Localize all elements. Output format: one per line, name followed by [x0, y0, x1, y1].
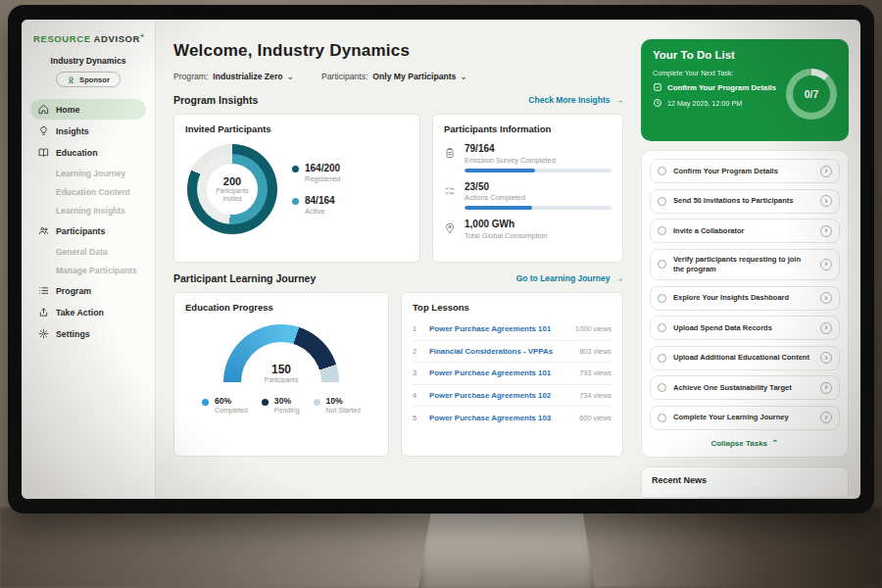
chevron-right-icon[interactable]: › — [820, 195, 832, 207]
task-item-achieve-target[interactable]: Achieve One Sustainability Target › — [650, 375, 840, 400]
sidebar-item-general-data[interactable]: General Data — [30, 242, 146, 261]
legend-item-active: 84/164 Active — [292, 195, 340, 216]
legend-value: 164/200 — [305, 163, 340, 173]
task-label: Complete Your Learning Journey — [673, 413, 813, 422]
chevron-right-icon[interactable]: › — [820, 292, 832, 304]
lesson-rank: 2 — [413, 347, 421, 356]
task-label: Confirm Your Program Details — [673, 167, 813, 176]
chevron-right-icon[interactable]: › — [820, 259, 832, 270]
lightbulb-icon — [38, 125, 49, 136]
task-label: Upload Additional Educational Content — [673, 353, 813, 363]
people-icon — [38, 225, 49, 236]
task-item-confirm-program[interactable]: Confirm Your Program Details › — [650, 159, 840, 183]
check-more-insights-link[interactable]: Check More Insights → — [528, 95, 623, 105]
sidebar-item-program[interactable]: Program — [30, 280, 146, 301]
learning-journey-title: Participant Learning Journey — [173, 272, 316, 284]
sidebar-item-label: Participants — [56, 226, 105, 236]
sponsor-badge-label: Sponsor — [79, 75, 110, 84]
sidebar-item-home[interactable]: Home — [30, 99, 146, 120]
task-item-invite-collaborator[interactable]: Invite a Collaborator › — [650, 219, 840, 243]
sidebar-item-learning-insights[interactable]: Learning Insights — [30, 201, 146, 220]
sidebar-item-insights[interactable]: Insights — [30, 121, 146, 141]
legend-value: 10% — [326, 396, 361, 406]
card-title: Education Progress — [185, 302, 377, 313]
legend-dot — [292, 198, 299, 205]
sidebar-item-take-action[interactable]: Take Action — [30, 302, 146, 322]
go-to-learning-journey-link[interactable]: Go to Learning Journey → — [516, 273, 623, 283]
task-checkbox[interactable] — [658, 294, 666, 303]
arrow-right-icon: → — [615, 273, 624, 283]
stat-label: Actions Completed — [465, 193, 612, 202]
collapse-tasks-label: Collapse Tasks — [710, 439, 767, 448]
lesson-link[interactable]: Power Purchase Agreements 101 — [429, 324, 567, 333]
task-item-upload-spend-data[interactable]: Upload Spend Data Records › — [650, 316, 840, 340]
lesson-rank: 5 — [413, 414, 421, 422]
lesson-link[interactable]: Power Purchase Agreements 103 — [429, 414, 571, 422]
brand-secondary: ADVISOR — [94, 33, 140, 44]
legend-value: 84/164 — [305, 195, 335, 206]
todo-task-list: Confirm Your Program Details › Send 50 I… — [641, 150, 849, 458]
chevron-right-icon[interactable]: › — [820, 322, 832, 334]
program-select[interactable]: Program: Industrialize Zero ⌄ — [173, 72, 294, 81]
scene: RESOURCE ADVISOR+ Industry Dynamics Spon… — [0, 0, 882, 588]
task-item-explore-insights[interactable]: Explore Your Insights Dashboard › — [650, 286, 840, 311]
take-action-icon — [38, 307, 49, 318]
location-pin-icon — [444, 220, 456, 232]
sidebar-item-manage-participants[interactable]: Manage Participants — [30, 261, 146, 279]
checkbox-icon — [653, 82, 662, 92]
task-checkbox[interactable] — [658, 260, 666, 269]
task-item-send-invitations[interactable]: Send 50 Invitations to Participants › — [650, 189, 840, 214]
link-label: Check More Insights — [528, 95, 610, 105]
gauge-center-value: 150 — [223, 363, 339, 376]
task-checkbox[interactable] — [658, 323, 666, 332]
chevron-right-icon[interactable]: › — [820, 412, 832, 423]
monitor-stand — [418, 512, 595, 588]
participants-information-card: Participants Information 79/164 Emission… — [432, 114, 623, 263]
todo-next-task[interactable]: Confirm Your Program Details — [653, 82, 780, 92]
invited-participants-donut-chart: 200 Participants Invited — [187, 144, 277, 234]
task-checkbox[interactable] — [658, 414, 666, 422]
chevron-down-icon: ⌄ — [460, 73, 467, 81]
sidebar-item-settings[interactable]: Settings — [30, 323, 146, 344]
chevron-right-icon[interactable]: › — [820, 352, 832, 364]
sidebar-item-learning-journey[interactable]: Learning Journey — [30, 164, 146, 182]
task-item-complete-learning-journey[interactable]: Complete Your Learning Journey › — [650, 406, 840, 430]
task-checkbox[interactable] — [658, 383, 666, 392]
book-icon — [38, 147, 49, 158]
task-item-verify-participants[interactable]: Verify participants requesting to join t… — [650, 249, 840, 281]
monitor-bezel: RESOURCE ADVISOR+ Industry Dynamics Spon… — [8, 5, 874, 514]
clock-icon — [653, 98, 662, 108]
legend-dot — [202, 399, 209, 406]
recent-news-title: Recent News — [652, 475, 707, 485]
chevron-right-icon[interactable]: › — [820, 225, 832, 237]
chevron-right-icon[interactable]: › — [820, 166, 832, 177]
donut-center-value: 200 — [223, 175, 241, 187]
sidebar-item-participants[interactable]: Participants — [30, 220, 146, 241]
collapse-tasks-button[interactable]: Collapse Tasks⌃ — [650, 435, 840, 453]
chevron-right-icon[interactable]: › — [820, 382, 832, 394]
lesson-link[interactable]: Power Purchase Agreements 101 — [429, 368, 571, 377]
task-checkbox[interactable] — [658, 167, 666, 175]
sidebar-item-education-content[interactable]: Education Content — [30, 182, 146, 201]
task-item-upload-educational-content[interactable]: Upload Additional Educational Content › — [650, 346, 840, 370]
sidebar-item-label: Education — [56, 148, 98, 158]
gear-icon — [38, 328, 49, 339]
sponsor-badge[interactable]: Sponsor — [56, 72, 121, 87]
lesson-link[interactable]: Power Purchase Agreements 102 — [429, 391, 571, 400]
actions-completed-progress-bar — [465, 206, 612, 210]
lesson-row: 5 Power Purchase Agreements 103 600 view… — [413, 407, 612, 428]
task-checkbox[interactable] — [658, 354, 666, 363]
card-title: Invited Participants — [185, 123, 409, 134]
emission-survey-progress-bar — [465, 169, 612, 172]
legend-item-not-started: 10% Not Started — [314, 396, 361, 414]
task-checkbox[interactable] — [658, 197, 666, 206]
recent-news-header[interactable]: Recent News — [641, 466, 849, 498]
participants-select[interactable]: Participants: Only My Participants ⌄ — [321, 72, 467, 81]
education-progress-card: Education Progress 150 Participants — [173, 292, 389, 457]
sidebar-item-education[interactable]: Education — [30, 142, 146, 163]
task-checkbox[interactable] — [658, 226, 666, 235]
participants-select-label: Participants: — [321, 72, 368, 81]
lesson-views: 803 views — [579, 347, 612, 356]
lesson-link[interactable]: Financial Considerations - VPPAs — [429, 347, 571, 356]
chevron-down-icon: ⌄ — [287, 73, 295, 81]
